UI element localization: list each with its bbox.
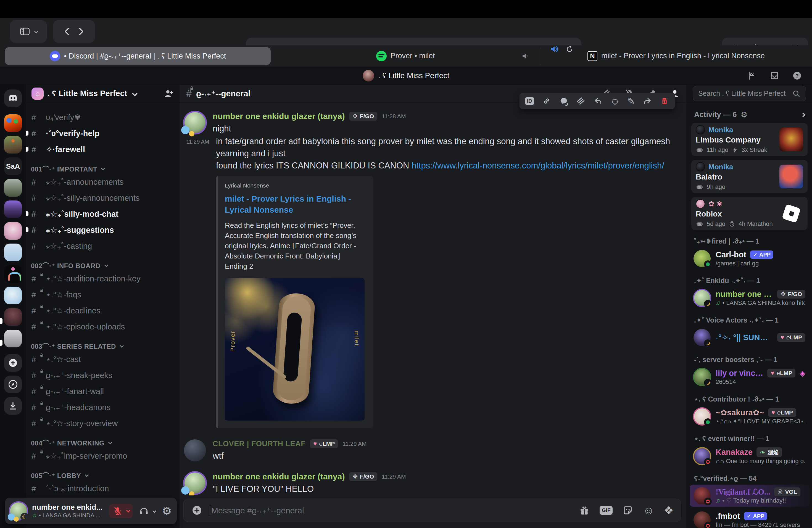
category-info-board[interactable]: 002⌒·⁺ INFO BOARD [29, 260, 177, 270]
channel-silly-mod-chat[interactable]: #⁎☆₊˚silly-mod-chat [29, 206, 177, 222]
channel-deadlines[interactable]: #⋆.°☆-deadlines [29, 303, 177, 319]
channel-episode-uploads[interactable]: #⋆.°☆-episode-uploads [29, 319, 177, 335]
discover-button[interactable] [4, 376, 22, 393]
message[interactable]: number one enkidu glazer (tanya) ✥F/GO 1… [179, 470, 686, 495]
activity-header[interactable]: Activity — 6 ⚙ [694, 111, 805, 119]
add-reaction-icon[interactable]: ☺ [610, 97, 620, 106]
avatar[interactable] [184, 112, 206, 134]
message-retry-icon[interactable] [559, 97, 568, 106]
reload-icon[interactable] [565, 44, 574, 54]
message[interactable]: 11:29 AM in fate/grand order adf babylon… [179, 135, 686, 172]
server-icon-11[interactable] [4, 330, 22, 348]
back-icon[interactable] [62, 26, 73, 37]
browser-sidebar-button[interactable] [10, 20, 47, 43]
channel-lmp-server-promo[interactable]: #⁎☆₊˚lmp-server-promo [29, 448, 177, 464]
avatar[interactable] [184, 439, 206, 461]
add-server-button[interactable] [4, 354, 22, 372]
server-icon-4[interactable] [4, 179, 22, 196]
member-row-enkidu[interactable]: number one enki...✥F/GO ♫• LANSA GA SHIN… [690, 287, 809, 309]
create-thread-icon[interactable] [576, 97, 585, 106]
message[interactable]: CLOVER | FOURTH LEAF ♥℮LMP 11:29 AM wtf [179, 438, 686, 462]
settings-gear-icon[interactable]: ⚙ [162, 505, 172, 516]
activity-card-balatro[interactable]: Monika Balatro 9h ago [691, 160, 808, 193]
member-row-kanakaze[interactable]: Kanakaze❧廻焔 ∩∩ One too many things going… [690, 445, 809, 467]
member-row-fmbot[interactable]: .fmbot✓ APP fm — fm bot — 842971 servers [690, 509, 809, 528]
audio-playing-icon[interactable] [549, 44, 559, 54]
embed-title[interactable]: milet - Prover Lyrics in English - Lyric… [225, 193, 358, 216]
tab-spotify[interactable]: Prover • milet [271, 47, 540, 65]
inbox-icon[interactable] [769, 71, 779, 80]
channel-audition-reaction-key[interactable]: #⋆.°☆-audition-reaction-key [29, 270, 177, 287]
member-row-lily[interactable]: lily or vincy or ...♥℮LMP◈ 260514 [690, 366, 809, 388]
channel-fanart-wall[interactable]: #ϱ-˖₊⁺-fanart-wall [29, 383, 177, 399]
message-link[interactable]: https://www.lyrical-nonsense.com/global/… [411, 161, 664, 171]
channel-headcanons[interactable]: #ϱ-˖₊⁺-headcanons [29, 399, 177, 415]
category-networking[interactable]: 004⌒·⁺ NETWORKING [29, 437, 177, 448]
embed-image[interactable]: Prover milet [225, 278, 365, 421]
activity-card-limbus[interactable]: Monika Limbus Company 11h ago3x Streak [691, 123, 808, 156]
channel-sneak-peeks[interactable]: #ϱ-˖₊⁺-sneak-peeks [29, 367, 177, 383]
server-header[interactable]: ⌂ . ʕ Little Miss Perfect [26, 85, 179, 103]
member-row-vigilant[interactable]: !Vigilant.f ℒO...☠VGL ♫• ♡ Today my birt… [690, 485, 809, 507]
avatar[interactable] [184, 472, 206, 494]
channel-cast[interactable]: #⋆.°☆-cast [29, 351, 177, 367]
member-row-sakura[interactable]: ~✿sakura✿~♥℮LMP ⋆.°∩ɔ.✦°I LOVE MY GRAPE<… [690, 406, 809, 427]
edit-icon[interactable]: ✎ [627, 97, 635, 106]
download-apps-button[interactable] [4, 397, 22, 415]
whats-new-flag-icon[interactable] [747, 71, 757, 80]
author-name[interactable]: number one enkidu glazer (tanya) [213, 472, 345, 481]
tab-muted-speaker-icon[interactable] [521, 52, 530, 60]
server-icon-7[interactable] [4, 244, 22, 261]
home-button[interactable] [4, 89, 22, 107]
channel-introduction[interactable]: #´ᵕ`ɔ-⁎-introduction [29, 481, 177, 497]
reply-icon[interactable] [593, 97, 603, 106]
message[interactable]: number one enkidu glazer (tanya) ✥F/GO 1… [179, 110, 686, 135]
author-name[interactable]: number one enkidu glazer (tanya) [213, 112, 345, 121]
activity-settings-icon[interactable]: ⚙ [741, 111, 748, 119]
category-series-related[interactable]: 003⌒·⁺ SERIES RELATED [29, 340, 177, 351]
server-icon-10[interactable] [4, 308, 22, 326]
activity-card-roblox[interactable]: ✿ ❀ Roblox 5d ago4h Marathon [691, 197, 808, 230]
gift-icon[interactable] [579, 504, 590, 516]
server-icon-1[interactable] [4, 114, 22, 132]
channel-suggestions[interactable]: #⁎☆₊˚-suggestions [29, 222, 177, 238]
forward-icon[interactable] [643, 97, 652, 106]
channel-verify[interactable]: #ʋ₄ʹverify✾ [29, 109, 177, 126]
message-input[interactable]: Message #ϱ-˖₊⁺--general GIF ☺ ❖ [184, 499, 681, 522]
invite-people-icon[interactable] [163, 88, 174, 99]
apps-icon[interactable]: ❖ [664, 505, 673, 516]
user-info[interactable]: number one enkid... ♫• LANSA GA SHINDA .… [32, 503, 102, 519]
server-icon-9[interactable] [4, 287, 22, 304]
copy-link-icon[interactable] [542, 97, 551, 106]
user-avatar[interactable]: ☾ [10, 502, 27, 519]
member-row-sunwatch[interactable]: ˖°✧˖ °|| SUNWATC...♥℮LMP [690, 326, 809, 349]
copy-id-button[interactable]: ID [525, 97, 534, 105]
channel-silly-announcements[interactable]: #⁎☆₊˚-silly-announcements [29, 190, 177, 206]
member-row-carl-bot[interactable]: Carl-bot✓ APP /games | carl.gg [690, 247, 809, 269]
server-icon-5[interactable] [4, 201, 22, 218]
category-important[interactable]: 001⌒·⁺ IMPORTANT [29, 163, 177, 174]
chevron-right-icon[interactable] [801, 113, 806, 117]
gif-picker-button[interactable]: GIF [599, 506, 613, 515]
author-name[interactable]: CLOVER | FOURTH LEAF [213, 440, 305, 448]
tab-lyrical-nonsense[interactable]: N milet - Prover Lyrics in English - Lyr… [540, 47, 812, 65]
channel-verify-help[interactable]: #·˚ʋ°verify-help [29, 126, 177, 142]
server-icon-2[interactable] [4, 136, 22, 153]
mic-muted-button[interactable] [110, 504, 133, 518]
tab-discord[interactable]: • Discord | #ϱ-˖₊⁺--general | . ʕ Little… [5, 47, 271, 65]
search-input[interactable]: Search . ʕ Little Miss Perfect [693, 86, 806, 101]
channel-story-overview[interactable]: #⋆.°☆-story-overview [29, 415, 177, 431]
server-icon-6[interactable] [4, 222, 22, 240]
help-icon[interactable] [792, 71, 802, 80]
emoji-picker-icon[interactable]: ☺ [643, 505, 654, 516]
server-icon-3[interactable]: SaA [4, 157, 22, 175]
category-lobby[interactable]: 005⌒·⁺ LOBBY [29, 469, 177, 481]
channel-casting[interactable]: #⁎☆₊˚-casting [29, 238, 177, 254]
server-icon-8[interactable] [4, 265, 22, 283]
delete-icon[interactable] [660, 97, 669, 106]
attach-plus-icon[interactable] [191, 504, 203, 516]
channel-faqs[interactable]: #⋆.°☆-faqs [29, 287, 177, 303]
forward-icon[interactable] [75, 26, 86, 37]
channel-farewell[interactable]: #✧·farewell [29, 142, 177, 157]
sticker-icon[interactable] [622, 504, 634, 516]
